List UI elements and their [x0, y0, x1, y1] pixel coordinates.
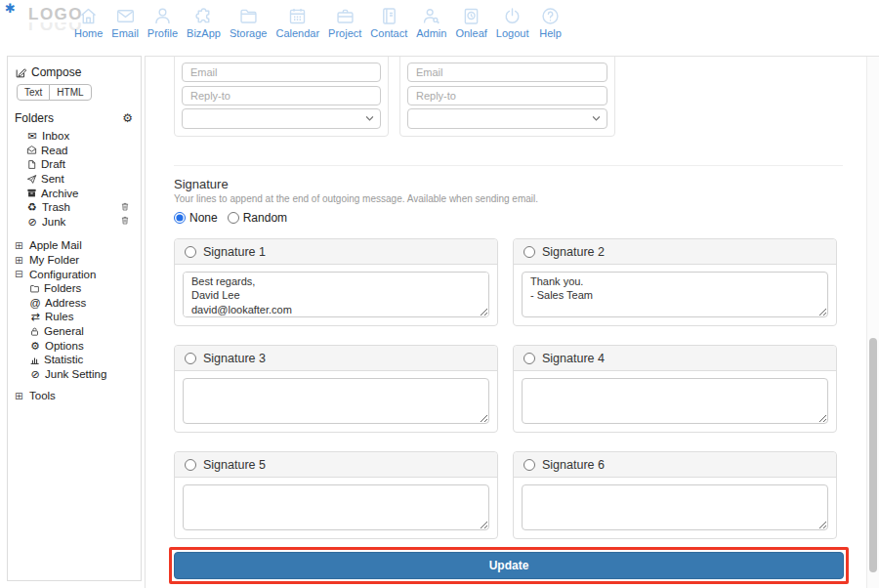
tree-node-tools[interactable]: ⊞Tools	[15, 389, 134, 403]
empty-junk-button[interactable]	[120, 215, 130, 228]
nav-item-calendar[interactable]: Calendar	[275, 6, 319, 40]
signature-textarea[interactable]	[522, 272, 828, 317]
main-content: Signature Your lines to append at the en…	[145, 56, 879, 588]
nav-item-storage[interactable]: Storage	[230, 6, 268, 40]
signature-slot-radio[interactable]	[185, 246, 196, 258]
signature-panel-header[interactable]: Signature 3	[175, 346, 497, 371]
archive-icon	[26, 188, 37, 198]
nav-item-profile[interactable]: Profile	[147, 6, 178, 40]
sidebar-item-trash[interactable]: ♻Trash	[15, 200, 134, 215]
nav-label: Admin	[416, 27, 446, 40]
sidebar-item-sent[interactable]: Sent	[15, 172, 134, 187]
settings-scroll-area: Signature Your lines to append at the en…	[146, 57, 866, 588]
identity-email-input[interactable]	[407, 63, 607, 82]
annotation-highlight: Update	[169, 547, 849, 584]
signature-textarea[interactable]	[183, 378, 489, 424]
signature-slot-radio[interactable]	[185, 353, 196, 364]
folder-settings-gear-icon[interactable]: ⚙	[122, 112, 133, 124]
compose-icon	[15, 66, 27, 79]
signature-textarea[interactable]	[522, 484, 828, 530]
signature-panel-header[interactable]: Signature 5	[175, 452, 497, 478]
tree-node-configuration[interactable]: ⊟Configuration	[15, 267, 134, 281]
compose-button[interactable]: Compose	[15, 65, 134, 79]
signature-textarea[interactable]	[183, 484, 489, 530]
signature-panel-body	[514, 265, 836, 328]
signature-mode-radio[interactable]	[174, 212, 186, 224]
sidebar-item-folders[interactable]: Folders	[15, 281, 134, 296]
empty-trash-button[interactable]	[120, 201, 130, 214]
sidebar-item-read[interactable]: Read	[15, 144, 134, 158]
nav-item-logout[interactable]: Logout	[496, 6, 529, 40]
sidebar-item-archive[interactable]: Archive	[15, 186, 134, 200]
signature-slot-radio[interactable]	[523, 459, 535, 471]
update-button[interactable]: Update	[174, 552, 844, 579]
expand-icon[interactable]: ⊞	[15, 240, 24, 251]
address-icon: @	[29, 297, 41, 309]
identity-email-input[interactable]	[182, 63, 381, 82]
sidebar-item-statistic[interactable]: Statistic	[15, 353, 134, 367]
sidebar-item-junk-setting[interactable]: ⊘Junk Setting	[15, 367, 134, 382]
signature-panel-header[interactable]: Signature 2	[514, 239, 836, 265]
bizapp-icon	[192, 6, 215, 26]
identity-replyto-input[interactable]	[407, 86, 607, 105]
signature-mode-none[interactable]: None	[174, 211, 218, 225]
sidebar-item-draft[interactable]: Draft	[15, 157, 134, 172]
signature-panel: Signature 5	[174, 451, 498, 539]
sidebar-item-address[interactable]: @Address	[15, 296, 134, 311]
nav-item-help[interactable]: Help	[538, 6, 564, 40]
scrollbar-thumb[interactable]	[869, 338, 877, 572]
compose-mode-group: TextHTML	[17, 84, 134, 101]
admin-icon	[420, 6, 442, 26]
inbox-icon: ✉	[26, 130, 38, 142]
signature-mode-random[interactable]: Random	[228, 211, 287, 225]
nav-item-onleaf[interactable]: Onleaf	[455, 6, 486, 40]
identity-select[interactable]	[407, 108, 607, 129]
identity-card	[399, 56, 615, 137]
signature-textarea[interactable]	[183, 272, 489, 317]
identity-card	[174, 56, 389, 137]
collapse-icon[interactable]: ⊟	[15, 269, 24, 279]
signature-description: Your lines to append at the end of outgo…	[174, 193, 538, 204]
nav-item-home[interactable]: Home	[74, 6, 103, 40]
expand-icon[interactable]: ⊞	[15, 391, 24, 401]
tree-label: Apple Mail	[29, 239, 82, 251]
tree-node-my-folder[interactable]: ⊞My Folder	[15, 253, 134, 268]
folder-label: Junk	[42, 216, 65, 228]
signature-slot-radio[interactable]	[185, 459, 196, 471]
signature-slot-label: Signature 4	[542, 352, 605, 365]
signature-slot-radio[interactable]	[523, 246, 535, 258]
main-nav: HomeEmailProfileBizAppStorageCalendarPro…	[74, 6, 564, 40]
nav-item-email[interactable]: Email	[111, 6, 139, 40]
folders-icon	[29, 283, 40, 294]
logout-icon	[501, 6, 523, 26]
nav-item-admin[interactable]: Admin	[416, 6, 446, 40]
sidebar-item-rules[interactable]: ⇄Rules	[15, 310, 134, 324]
nav-item-contact[interactable]: Contact	[370, 6, 407, 40]
signature-panel-header[interactable]: Signature 6	[514, 452, 836, 478]
expand-icon[interactable]: ⊞	[15, 255, 24, 266]
identity-select[interactable]	[182, 108, 381, 129]
signature-mode-radio[interactable]	[228, 212, 239, 224]
contact-icon	[378, 6, 400, 26]
read-icon	[26, 145, 37, 155]
sidebar-item-junk[interactable]: ⊘Junk	[15, 215, 134, 230]
tree-node-apple-mail[interactable]: ⊞Apple Mail	[15, 238, 134, 253]
compose-mode-text[interactable]: Text	[17, 84, 50, 101]
signature-panel-body	[175, 265, 497, 328]
identity-replyto-input[interactable]	[182, 86, 381, 105]
folder-label: Draft	[41, 158, 65, 170]
nav-item-bizapp[interactable]: BizApp	[187, 6, 221, 40]
junk-setting-icon: ⊘	[29, 368, 41, 380]
compose-mode-html[interactable]: HTML	[49, 84, 91, 101]
signature-slot-radio[interactable]	[523, 353, 535, 364]
sidebar-item-inbox[interactable]: ✉Inbox	[15, 129, 134, 144]
scrollbar-track[interactable]	[866, 57, 879, 588]
nav-item-project[interactable]: Project	[328, 6, 361, 40]
rules-icon: ⇄	[29, 311, 41, 322]
signature-panel-header[interactable]: Signature 1	[175, 239, 497, 265]
signature-panel-header[interactable]: Signature 4	[514, 346, 836, 371]
sidebar-item-options[interactable]: ⚙Options	[15, 338, 134, 353]
sidebar-item-general[interactable]: General	[15, 324, 134, 339]
signature-textarea[interactable]	[522, 378, 828, 424]
storage-icon	[237, 6, 260, 26]
